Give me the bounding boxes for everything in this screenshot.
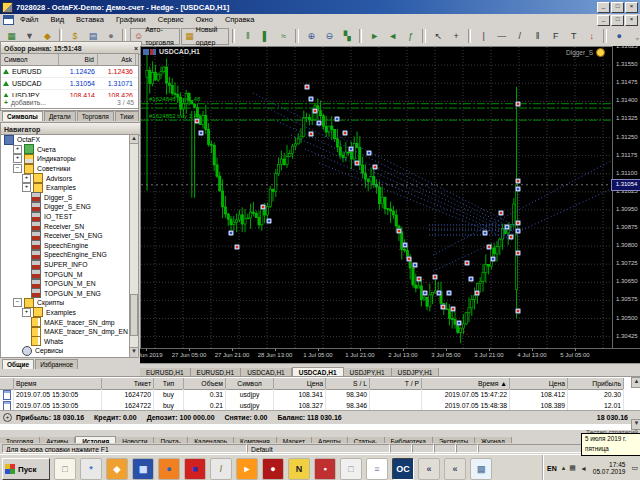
nav-item-SUPER_INFO[interactable]: SUPER_INFO	[1, 260, 130, 270]
navigator-tab-Избранное[interactable]: Избранное	[35, 359, 78, 369]
nav-item-Советники[interactable]: −Советники	[1, 164, 130, 174]
close-button[interactable]: ×	[625, 2, 638, 13]
expand-icon[interactable]: +	[22, 183, 31, 192]
expand-icon[interactable]: +	[13, 145, 22, 154]
expand-icon[interactable]: +	[22, 174, 31, 183]
expand-icon[interactable]: −	[13, 298, 22, 307]
calendar-icon[interactable]: ▭	[631, 464, 638, 472]
nav-item-Digger_S_ENG[interactable]: Digger_S_ENG	[1, 202, 130, 212]
toolbar-horizontal-line[interactable]: —	[493, 28, 510, 45]
nav-item-Examples[interactable]: +Examples	[1, 183, 130, 193]
taskbar-film-blue[interactable]: ▦	[132, 458, 154, 480]
nav-item-Whats[interactable]: Whats	[1, 336, 130, 346]
taskbar-paint[interactable]: /	[210, 458, 232, 480]
chart-plot[interactable]: #1624846 buy 1.48#1624852 buy 1.48	[141, 47, 613, 349]
toolbar-crosshair[interactable]: +	[448, 28, 465, 45]
toolbar-new-order[interactable]: ▦Новый ордер	[181, 28, 229, 45]
nav-item-OctaFX[interactable]: OctaFX	[1, 135, 130, 145]
taskbar-arrows-left-2[interactable]: «	[444, 458, 466, 480]
nav-item-Receiver_SN_ENG[interactable]: Receiver_SN_ENG	[1, 231, 130, 241]
toolbar-zoom-in[interactable]: ⊕	[303, 28, 320, 45]
toolbar-text[interactable]: T	[565, 28, 582, 45]
network-icon[interactable]: ▦	[569, 464, 576, 472]
minimize-button[interactable]: _	[597, 15, 610, 26]
nav-item-Examples[interactable]: +Examples	[1, 308, 130, 318]
expert-advisor-label[interactable]: Digger_S	[566, 48, 605, 57]
market-watch-tab-Символы[interactable]: Символы	[2, 111, 43, 121]
market-watch-tab-Торговля[interactable]: Торговля	[77, 111, 114, 121]
toolbar-vertical-line[interactable]: |	[475, 28, 492, 45]
taskbar-arrows-left-1[interactable]: «	[418, 458, 440, 480]
navigator-tab-Общие[interactable]: Общие	[2, 359, 34, 369]
taskbar-media-red[interactable]: ●	[262, 458, 284, 480]
nav-item-Digger_S[interactable]: Digger_S	[1, 193, 130, 203]
taskbar-settings-gear[interactable]: *	[80, 458, 102, 480]
toolbar-candlestick-chart[interactable]: ▌	[257, 28, 274, 45]
profile-selector[interactable]: Default	[247, 444, 390, 453]
nav-item-MAKE_tracer_SN_dmp[interactable]: MAKE_tracer_SN_dmp	[1, 317, 130, 327]
language-indicator[interactable]: EN	[547, 465, 557, 472]
menu-Вставка[interactable]: Вставка	[70, 14, 110, 26]
menu-Вид[interactable]: Вид	[44, 14, 70, 26]
toolbar-tile-windows[interactable]: ▚	[339, 28, 356, 45]
expand-icon[interactable]: +	[13, 154, 22, 163]
toolbar-trendline[interactable]: /	[511, 28, 528, 45]
clock[interactable]: 17:45 05.07.2019	[593, 461, 626, 475]
nav-item-MAKE_tracer_SN_dmp_EN[interactable]: MAKE_tracer_SN_dmp_EN	[1, 327, 130, 337]
taskbar-octafx-active[interactable]: OC	[392, 458, 414, 480]
nav-item-Advisors[interactable]: +Advisors	[1, 173, 130, 183]
toolbar-cursor[interactable]: ↖	[430, 28, 447, 45]
taskbar-document[interactable]: ≡	[366, 458, 388, 480]
menu-Справка[interactable]: Справка	[219, 14, 260, 26]
nav-item-TOPGUN_M_ENG[interactable]: TOPGUN_M_ENG	[1, 289, 130, 299]
terminal-scroll-up-icon[interactable]: ▲	[631, 377, 640, 388]
toolbar-fibonacci[interactable]: F	[547, 28, 564, 45]
toolbar-arrows[interactable]: ↓	[583, 28, 600, 45]
market-watch-row-USDCAD[interactable]: USDCAD1.310541.31071	[1, 78, 138, 90]
market-watch-add-row[interactable]: + добавить... 3 / 45	[0, 97, 139, 109]
taskbar-notebook[interactable]: ▤	[470, 458, 492, 480]
expand-icon[interactable]: +	[22, 308, 31, 317]
circle-plus-icon[interactable]: +	[3, 413, 12, 422]
toolbar-chart-shift[interactable]: ◄	[384, 28, 401, 45]
nav-item-Receiver_SN[interactable]: Receiver_SN	[1, 221, 130, 231]
market-watch-tab-Тики[interactable]: Тики	[115, 111, 139, 121]
terminal-tab-История[interactable]: История	[75, 436, 116, 443]
expand-icon[interactable]: −	[13, 164, 22, 173]
restore-button[interactable]: □	[611, 15, 624, 26]
volume-icon[interactable]: ◄	[580, 465, 587, 472]
scrollbar-thumb[interactable]	[130, 294, 138, 336]
taskbar-folder-window[interactable]: □	[54, 458, 76, 480]
close-button[interactable]: ×	[625, 15, 638, 26]
nav-item-SpeechEngine[interactable]: SpeechEngine	[1, 241, 130, 251]
nav-item-TOPGUN_M[interactable]: TOPGUN_M	[1, 269, 130, 279]
taskbar-color-squares[interactable]: ■	[184, 458, 206, 480]
toolbar-auto-scroll[interactable]: ►	[366, 28, 383, 45]
updates-icon[interactable]: ▴	[562, 464, 566, 472]
nav-item-Счета[interactable]: +Счета	[1, 145, 130, 155]
toolbar-chat[interactable]: „	[629, 28, 640, 45]
nav-item-TOPGUN_M_EN[interactable]: TOPGUN_M_EN	[1, 279, 130, 289]
market-watch-row-EURUSD[interactable]: EURUSD1.124261.12436	[1, 66, 138, 78]
chart-area[interactable]: #1624846 buy 1.48#1624852 buy 1.48	[140, 46, 640, 364]
toolbar-magnifier[interactable]: ●	[611, 28, 628, 45]
nav-item-Индикаторы[interactable]: +Индикаторы	[1, 154, 130, 164]
menu-Файл[interactable]: Файл	[14, 14, 44, 26]
toolbar-zoom-out[interactable]: ⊖	[321, 28, 338, 45]
toolbar-indicators[interactable]: ƒ	[402, 28, 419, 45]
toolbar-bar-chart[interactable]: ‖	[239, 28, 256, 45]
toolbar-channel[interactable]: ‖	[529, 28, 546, 45]
nav-item-Сервисы[interactable]: Сервисы	[1, 346, 130, 356]
nav-item-SpeechEngine_ENG[interactable]: SpeechEngine_ENG	[1, 250, 130, 260]
taskbar-player-orange[interactable]: ►	[236, 458, 258, 480]
restore-button[interactable]: □	[611, 2, 624, 13]
minimize-button[interactable]: _	[597, 2, 610, 13]
navigator-scrollbar[interactable]	[129, 143, 139, 349]
taskbar-window-grey[interactable]: □	[340, 458, 362, 480]
taskbar-floppy-red[interactable]: ▪	[314, 458, 336, 480]
taskbar-winamp[interactable]: N	[288, 458, 310, 480]
taskbar-firefox[interactable]: ●	[158, 458, 180, 480]
market-watch-tab-Детали[interactable]: Детали	[44, 111, 76, 121]
terminal-row-1[interactable]: 2019.07.05 15:30:051624720buy0.31usdjpy1…	[0, 389, 624, 400]
toolbar-line-chart[interactable]: ≈	[275, 28, 292, 45]
